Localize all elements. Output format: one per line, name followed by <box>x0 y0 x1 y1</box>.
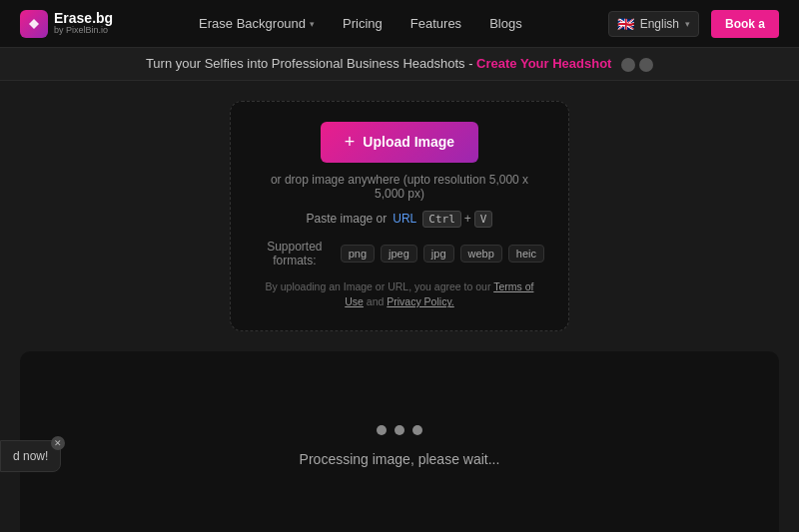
privacy-link[interactable]: Privacy Policy. <box>387 295 454 307</box>
announcement-bar: Turn your Selfies into Professional Busi… <box>0 48 799 81</box>
plus-icon: + <box>345 132 356 153</box>
format-jpeg: jpeg <box>381 245 417 263</box>
logo-text: Erase.bg by PixelBin.io <box>54 11 113 36</box>
terms-text: By uploading an Image or URL, you agree … <box>255 279 544 311</box>
format-heic: heic <box>508 245 544 263</box>
person-icon-1 <box>621 58 635 72</box>
nav-blogs[interactable]: Blogs <box>489 16 522 31</box>
shortcut-badge: Ctrl + V <box>422 211 492 228</box>
upload-card: + Upload Image or drop image anywhere (u… <box>230 101 569 332</box>
chat-widget: ✕ d now! <box>0 440 61 472</box>
dot-2 <box>395 425 404 435</box>
url-link[interactable]: URL <box>393 212 416 226</box>
lang-label: English <box>640 17 679 31</box>
chevron-down-icon: ▾ <box>685 19 690 29</box>
v-key: V <box>474 211 493 228</box>
chevron-down-icon: ▾ <box>310 19 315 29</box>
format-webp: webp <box>460 245 502 263</box>
formats-label: Supported formats: <box>255 240 335 267</box>
upload-button[interactable]: + Upload Image <box>321 122 478 163</box>
paste-label: Paste image or <box>307 212 388 226</box>
person-icon-2 <box>639 58 653 72</box>
nav-right: 🇬🇧 English ▾ Book a <box>608 10 779 38</box>
announcement-text: Turn your Selfies into Professional Busi… <box>146 56 473 71</box>
logo-icon <box>20 10 48 38</box>
dots-loader <box>377 425 422 435</box>
nav-erase-background[interactable]: Erase Background ▾ <box>199 16 315 31</box>
chat-label: d now! <box>13 449 48 463</box>
headshot-link[interactable]: Create Your Headshot <box>476 56 611 71</box>
drop-text: or drop image anywhere (upto resolution … <box>255 173 544 201</box>
logo[interactable]: Erase.bg by PixelBin.io <box>20 10 113 38</box>
ctrl-key: Ctrl <box>422 211 461 228</box>
processing-text: Processing image, please wait... <box>300 451 500 467</box>
nav-pricing[interactable]: Pricing <box>343 16 383 31</box>
format-png: png <box>341 245 375 263</box>
formats-row: Supported formats: png jpeg jpg webp hei… <box>255 240 544 267</box>
person-icons <box>621 58 653 72</box>
nav-links: Erase Background ▾ Pricing Features Blog… <box>199 16 522 31</box>
plus-separator: + <box>464 212 471 226</box>
dot-3 <box>412 425 422 435</box>
language-selector[interactable]: 🇬🇧 English ▾ <box>608 11 699 37</box>
nav-features[interactable]: Features <box>410 16 461 31</box>
flag-icon: 🇬🇧 <box>617 16 634 32</box>
processing-section: Processing image, please wait... <box>20 351 779 532</box>
upload-label: Upload Image <box>363 134 454 150</box>
navbar: Erase.bg by PixelBin.io Erase Background… <box>0 0 799 48</box>
paste-row: Paste image or URL Ctrl + V <box>255 211 544 228</box>
dot-1 <box>377 425 387 435</box>
book-button[interactable]: Book a <box>711 10 779 38</box>
format-jpg: jpg <box>423 245 454 263</box>
upload-section: + Upload Image or drop image anywhere (u… <box>0 81 799 352</box>
